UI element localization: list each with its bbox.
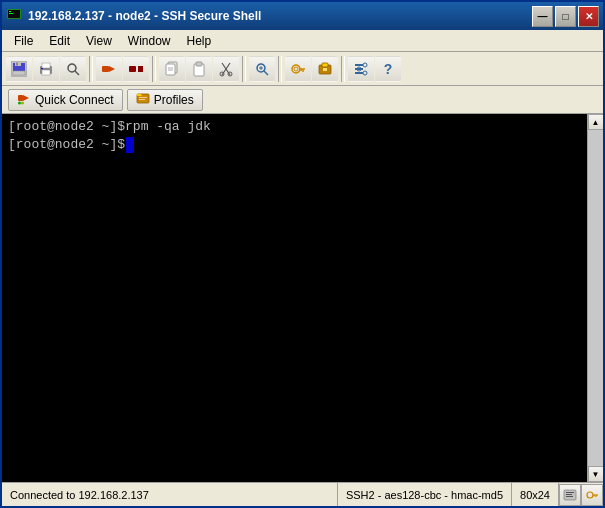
close-button[interactable]: ✕ bbox=[578, 6, 599, 27]
quick-connect-icon bbox=[17, 91, 31, 108]
svg-point-44 bbox=[363, 63, 367, 67]
scroll-up-arrow[interactable]: ▲ bbox=[588, 114, 604, 130]
status-settings-icon[interactable] bbox=[559, 484, 581, 506]
svg-marker-16 bbox=[109, 66, 115, 72]
svg-rect-40 bbox=[323, 68, 327, 71]
main-window: 192.168.2.137 - node2 - SSH Secure Shell… bbox=[0, 0, 605, 508]
menu-edit[interactable]: Edit bbox=[41, 32, 78, 50]
svg-point-50 bbox=[21, 102, 24, 105]
terminal-line-1: [root@node2 ~]$ rpm -qa jdk bbox=[8, 118, 581, 136]
terminal-cursor bbox=[126, 137, 134, 153]
svg-rect-10 bbox=[42, 63, 50, 68]
quickbar: Quick Connect Profiles bbox=[2, 86, 603, 114]
menubar: File Edit View Window Help bbox=[2, 30, 603, 52]
svg-rect-53 bbox=[139, 97, 147, 98]
statusbar: Connected to 192.168.2.137 SSH2 - aes128… bbox=[2, 482, 603, 506]
svg-line-30 bbox=[264, 71, 268, 75]
toolbar-sep-4 bbox=[278, 56, 282, 82]
window-title: 192.168.2.137 - node2 - SSH Secure Shell bbox=[28, 9, 532, 23]
svg-rect-15 bbox=[102, 66, 109, 72]
quick-connect-button[interactable]: Quick Connect bbox=[8, 89, 123, 111]
menu-view[interactable]: View bbox=[78, 32, 120, 50]
terminal[interactable]: [root@node2 ~]$ rpm -qa jdk [root@node2 … bbox=[2, 114, 587, 482]
svg-point-46 bbox=[363, 71, 367, 75]
toolbar-search[interactable] bbox=[60, 56, 86, 82]
terminal-container[interactable]: [root@node2 ~]$ rpm -qa jdk [root@node2 … bbox=[2, 114, 603, 482]
svg-rect-47 bbox=[18, 95, 23, 101]
svg-line-14 bbox=[75, 71, 79, 75]
svg-rect-39 bbox=[322, 63, 328, 67]
svg-rect-18 bbox=[138, 66, 143, 72]
svg-rect-3 bbox=[9, 13, 13, 14]
svg-marker-48 bbox=[23, 95, 29, 101]
toolbar-find[interactable] bbox=[249, 56, 275, 82]
status-key-icon[interactable] bbox=[581, 484, 603, 506]
svg-rect-24 bbox=[196, 62, 202, 66]
titlebar: 192.168.2.137 - node2 - SSH Secure Shell… bbox=[2, 2, 603, 30]
toolbar-keygen[interactable] bbox=[285, 56, 311, 82]
svg-point-34 bbox=[294, 67, 298, 71]
main-toolbar: ? bbox=[2, 52, 603, 86]
toolbar-save[interactable] bbox=[6, 56, 32, 82]
svg-rect-43 bbox=[355, 72, 363, 74]
toolbar-sep-1 bbox=[89, 56, 93, 82]
profiles-label: Profiles bbox=[154, 93, 194, 107]
profiles-icon bbox=[136, 91, 150, 108]
svg-rect-58 bbox=[566, 496, 573, 497]
svg-point-13 bbox=[68, 64, 76, 72]
toolbar-settings[interactable] bbox=[348, 56, 374, 82]
toolbar-print[interactable] bbox=[33, 56, 59, 82]
quick-connect-label: Quick Connect bbox=[35, 93, 114, 107]
svg-rect-42 bbox=[355, 68, 363, 70]
menu-file[interactable]: File bbox=[6, 32, 41, 50]
svg-rect-54 bbox=[139, 99, 145, 100]
svg-rect-57 bbox=[566, 494, 572, 495]
svg-rect-7 bbox=[16, 62, 18, 65]
toolbar-cut[interactable] bbox=[213, 56, 239, 82]
svg-point-49 bbox=[18, 102, 21, 105]
svg-rect-2 bbox=[9, 11, 11, 12]
svg-point-33 bbox=[292, 65, 300, 73]
toolbar-disconnect[interactable] bbox=[123, 56, 149, 82]
svg-rect-12 bbox=[41, 68, 43, 69]
status-dimensions-text: 80x24 bbox=[520, 489, 550, 501]
status-encryption-text: SSH2 - aes128-cbc - hmac-md5 bbox=[346, 489, 503, 501]
scroll-track[interactable] bbox=[588, 130, 603, 466]
app-icon bbox=[6, 8, 22, 24]
command-1: rpm -qa jdk bbox=[125, 118, 211, 136]
svg-rect-20 bbox=[166, 64, 175, 75]
toolbar-sep-2 bbox=[152, 56, 156, 82]
svg-rect-8 bbox=[13, 71, 25, 75]
toolbar-copy[interactable] bbox=[159, 56, 185, 82]
status-connected: Connected to 192.168.2.137 bbox=[2, 483, 338, 506]
svg-rect-17 bbox=[129, 66, 136, 72]
toolbar-sep-5 bbox=[341, 56, 345, 82]
prompt-1: [root@node2 ~]$ bbox=[8, 118, 125, 136]
status-encryption: SSH2 - aes128-cbc - hmac-md5 bbox=[338, 483, 512, 506]
toolbar-paste[interactable] bbox=[186, 56, 212, 82]
toolbar-agent[interactable] bbox=[312, 56, 338, 82]
vertical-scrollbar[interactable]: ▲ ▼ bbox=[587, 114, 603, 482]
profiles-button[interactable]: Profiles bbox=[127, 89, 203, 111]
scroll-down-arrow[interactable]: ▼ bbox=[588, 466, 604, 482]
status-dimensions: 80x24 bbox=[512, 483, 559, 506]
svg-rect-11 bbox=[42, 70, 50, 75]
minimize-button[interactable]: — bbox=[532, 6, 553, 27]
menu-help[interactable]: Help bbox=[179, 32, 220, 50]
svg-rect-41 bbox=[355, 64, 363, 66]
status-connected-text: Connected to 192.168.2.137 bbox=[10, 489, 149, 501]
terminal-line-2: [root@node2 ~]$ bbox=[8, 136, 581, 154]
menu-window[interactable]: Window bbox=[120, 32, 179, 50]
toolbar-connect[interactable] bbox=[96, 56, 122, 82]
prompt-2: [root@node2 ~]$ bbox=[8, 136, 125, 154]
window-controls: — □ ✕ bbox=[532, 6, 599, 27]
toolbar-sep-3 bbox=[242, 56, 246, 82]
svg-point-59 bbox=[587, 492, 593, 498]
svg-rect-56 bbox=[566, 492, 574, 493]
toolbar-help[interactable]: ? bbox=[375, 56, 401, 82]
maximize-button[interactable]: □ bbox=[555, 6, 576, 27]
